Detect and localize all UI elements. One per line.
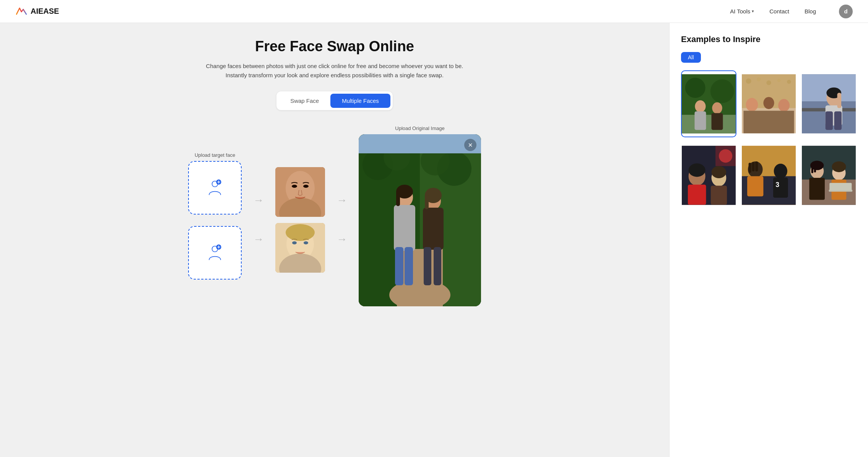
tab-switcher: Swap Face Multiple Faces <box>276 91 393 110</box>
nav-contact[interactable]: Contact <box>769 8 789 15</box>
workspace: Upload target face <box>23 125 646 306</box>
page-layout: Free Face Swap Online Change faces betwe… <box>0 23 868 457</box>
svg-rect-70 <box>834 111 842 130</box>
upload-target-box[interactable] <box>188 161 242 215</box>
logo-text: AIEASE <box>31 7 59 16</box>
svg-rect-30 <box>394 205 415 251</box>
svg-point-18 <box>304 241 308 244</box>
svg-rect-90 <box>755 161 758 171</box>
arrows-column: → → <box>253 194 264 246</box>
svg-rect-31 <box>395 247 403 285</box>
nav-ai-tools[interactable]: AI Tools ▾ <box>730 8 754 15</box>
svg-rect-76 <box>688 185 706 205</box>
arrow-right-icon-3: → <box>336 194 347 207</box>
svg-rect-45 <box>682 115 736 133</box>
svg-rect-49 <box>712 113 723 130</box>
svg-point-57 <box>746 98 758 111</box>
example-image-1[interactable] <box>681 70 736 137</box>
example-image-5[interactable]: 3 <box>741 142 796 209</box>
arrow-right-icon-4: → <box>336 233 347 246</box>
close-button[interactable]: × <box>464 139 476 151</box>
face-preview-1 <box>275 167 325 217</box>
example-image-3[interactable] <box>801 70 857 137</box>
svg-rect-69 <box>826 111 833 130</box>
example-image-4[interactable] <box>681 142 736 209</box>
avatar[interactable]: d <box>839 5 853 18</box>
svg-rect-101 <box>829 183 852 190</box>
svg-rect-78 <box>711 185 727 205</box>
upload-target-section: Upload target face <box>188 152 242 215</box>
nav-blog[interactable]: Blog <box>805 8 816 15</box>
examples-grid: 3 <box>681 70 857 209</box>
upload-column: Upload target face <box>188 152 242 280</box>
svg-point-12 <box>303 185 309 188</box>
original-image-box[interactable]: × <box>359 134 481 306</box>
svg-rect-60 <box>743 111 794 133</box>
svg-point-80 <box>712 166 727 178</box>
main-area: Free Face Swap Online Change faces betwe… <box>0 23 669 457</box>
arrows-column-2: → → <box>336 194 347 246</box>
svg-point-86 <box>774 164 787 179</box>
page-subtitle: Change faces between photos with just on… <box>201 62 468 80</box>
header: AIEASE AI Tools ▾ Contact Blog d <box>0 0 868 23</box>
svg-point-59 <box>778 99 790 112</box>
svg-text:3: 3 <box>775 181 779 189</box>
svg-point-79 <box>689 163 705 177</box>
svg-rect-85 <box>747 176 763 197</box>
svg-rect-89 <box>752 162 754 172</box>
right-sidebar: Examples to Inspire All <box>669 23 868 457</box>
svg-point-55 <box>777 79 781 82</box>
svg-point-46 <box>695 100 705 112</box>
svg-point-104 <box>810 161 824 170</box>
svg-rect-74 <box>715 146 736 166</box>
svg-rect-34 <box>423 208 444 250</box>
svg-rect-28 <box>359 134 481 153</box>
svg-point-16 <box>286 224 315 241</box>
face-preview-2 <box>275 223 325 273</box>
upload-target2-section <box>188 226 242 280</box>
page-title: Free Face Swap Online <box>23 38 646 55</box>
chevron-down-icon: ▾ <box>752 9 754 14</box>
filter-all[interactable]: All <box>681 52 701 63</box>
svg-point-53 <box>757 77 761 81</box>
svg-point-11 <box>292 185 297 188</box>
svg-point-54 <box>766 80 771 85</box>
logo[interactable]: AIEASE <box>15 7 59 16</box>
example-image-6[interactable] <box>801 142 857 209</box>
svg-point-17 <box>292 241 297 244</box>
svg-rect-36 <box>434 247 441 285</box>
arrow-right-icon-1: → <box>253 194 264 207</box>
svg-point-48 <box>712 102 722 114</box>
tab-swap-face[interactable]: Swap Face <box>279 94 330 108</box>
svg-rect-97 <box>809 178 825 200</box>
svg-point-56 <box>787 80 791 84</box>
svg-point-44 <box>710 80 734 103</box>
svg-rect-40 <box>425 195 429 209</box>
upload-original-label: Upload Original Image <box>359 125 481 131</box>
example-image-2[interactable] <box>741 70 796 137</box>
svg-point-52 <box>746 78 751 84</box>
upload-target2-box[interactable] <box>188 226 242 280</box>
svg-point-105 <box>832 161 846 172</box>
face-previews <box>275 167 325 273</box>
svg-rect-32 <box>405 247 413 285</box>
nav: AI Tools ▾ Contact Blog d <box>730 5 853 18</box>
upload-target-label: Upload target face <box>188 152 242 158</box>
svg-rect-47 <box>694 111 706 130</box>
original-image-section: Upload Original Image × <box>359 125 481 306</box>
filter-row: All <box>681 52 857 63</box>
tab-multiple-faces[interactable]: Multiple Faces <box>330 94 390 108</box>
arrow-right-icon-2: → <box>253 233 264 246</box>
svg-rect-68 <box>837 93 842 108</box>
svg-rect-38 <box>396 191 400 206</box>
svg-point-58 <box>763 97 774 109</box>
svg-rect-35 <box>424 247 431 285</box>
svg-rect-88 <box>749 163 751 172</box>
svg-point-43 <box>685 78 705 98</box>
sidebar-title: Examples to Inspire <box>681 34 857 44</box>
